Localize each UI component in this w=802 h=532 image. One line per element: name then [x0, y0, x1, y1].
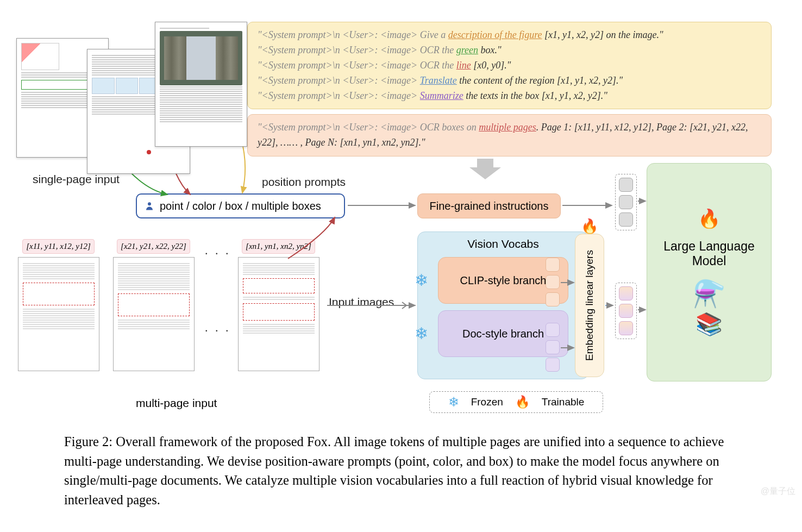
- person-icon: [145, 201, 154, 211]
- embedding-layers-box: Embedding linear layers 🔥: [575, 234, 604, 377]
- single-page-input-label: single-page input: [33, 173, 120, 186]
- coord-tag-1: [x11, y11, x12, y12]: [22, 239, 95, 254]
- doc-page-3: [155, 22, 247, 147]
- multi-page-prompt-box: "<System prompt>\n <User>: <image> OCR b…: [247, 114, 772, 157]
- capsule-text: point / color / box / multiple boxes: [160, 200, 321, 212]
- input-images-label: Input images: [329, 296, 394, 309]
- multi-page-input-label: multi-page input: [136, 397, 217, 410]
- fine-grained-instructions-box: Fine-grained instructions: [417, 193, 561, 218]
- mp-doc-2: [113, 257, 195, 371]
- flask-icon: ⚗️: [693, 278, 725, 309]
- llm-label: Large Language Model: [647, 239, 771, 268]
- watermark: @量子位: [761, 486, 795, 497]
- svg-point-0: [148, 202, 151, 205]
- ellipsis: . . .: [205, 243, 231, 258]
- vision-vocabs-title: Vision Vocabs: [467, 237, 539, 251]
- position-prompts-label: position prompts: [262, 176, 346, 189]
- flame-icon: 🔥: [581, 218, 598, 235]
- snowflake-icon: ❄: [415, 324, 428, 343]
- coord-tag-n: [xn1, yn1, xn2, yn2]: [242, 239, 315, 254]
- legend-frozen: Frozen: [471, 396, 503, 408]
- image-tokens-col: [615, 283, 637, 339]
- instruction-tokens-col: [615, 174, 637, 230]
- red-box-annotation: [23, 283, 95, 305]
- prompt-line-1: "<System prompt>\n <User>: <image> Give …: [258, 28, 761, 43]
- single-page-prompts-box: "<System prompt>\n <User>: <image> Give …: [247, 22, 772, 109]
- llm-box: 🔥 Large Language Model ⚗️ 📚: [647, 163, 772, 381]
- prompt-line-2: "<System prompt>\n <User>: <image> OCR t…: [258, 43, 761, 58]
- single-page-document-stack: [16, 16, 239, 168]
- coord-tag-2: [x21, y21, x22, y22]: [117, 239, 190, 254]
- books-icon: 📚: [696, 311, 723, 337]
- snowflake-icon: ❄: [448, 395, 459, 410]
- curtain-figure: [160, 31, 242, 85]
- red-box-annotation: [243, 278, 315, 293]
- red-box-annotation: [243, 303, 315, 321]
- legend-trainable: Trainable: [542, 396, 585, 408]
- figure-caption: Figure 2: Overall framework of the propo…: [64, 432, 738, 509]
- snowflake-icon: ❄: [415, 271, 428, 290]
- prompt-line-3: "<System prompt>\n <User>: <image> OCR t…: [258, 58, 761, 73]
- doc-tokens: [546, 323, 560, 372]
- flame-icon: 🔥: [515, 395, 530, 409]
- legend-box: ❄ Frozen 🔥 Trainable: [429, 391, 603, 413]
- prompt-line-4: "<System prompt>\n <User>: <image> Trans…: [258, 73, 761, 89]
- flame-icon: 🔥: [698, 208, 720, 229]
- red-box-annotation: [118, 293, 190, 316]
- ellipsis: . . .: [205, 321, 231, 335]
- red-point-annotation: [147, 150, 151, 154]
- prompt-line-5: "<System prompt>\n <User>: <image> Summa…: [258, 89, 761, 104]
- mp-doc-n: [238, 257, 319, 371]
- clip-tokens: [546, 258, 560, 306]
- prompt-types-capsule: point / color / box / multiple boxes: [136, 193, 345, 218]
- vision-vocabs-box: Vision Vocabs ❄ CLIP-style branch ❄ Doc-…: [417, 231, 589, 379]
- mp-doc-1: [18, 257, 99, 371]
